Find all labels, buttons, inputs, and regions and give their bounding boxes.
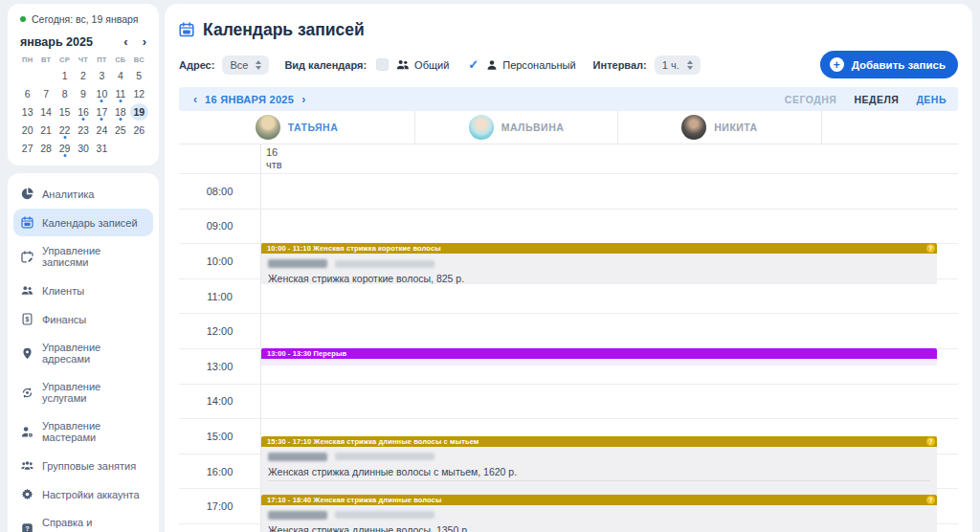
mini-calendar-day[interactable]: 21: [36, 122, 55, 139]
mini-calendar-day[interactable]: 10: [93, 85, 111, 102]
mini-calendar-day[interactable]: 7: [36, 85, 55, 102]
mini-calendar-day[interactable]: 19: [130, 103, 148, 121]
mini-calendar-day[interactable]: 12: [130, 85, 148, 102]
mini-calendar-day[interactable]: 1: [56, 67, 74, 84]
time-label: 09:00: [179, 210, 260, 244]
mini-calendar-card: Сегодня: вс, 19 января январь 2025 ‹ › П…: [8, 4, 159, 166]
mini-calendar-days: 1234567891011121314151617181920212223242…: [18, 67, 148, 157]
sidebar-item[interactable]: Аналитика: [13, 180, 153, 208]
weekday-header-row: ПНВТСРЧТПТСБВС: [18, 55, 148, 64]
mini-calendar-day[interactable]: 16: [74, 103, 92, 121]
blur-blob: [268, 453, 327, 461]
event-header: 10:00 - 11:10 Женская стрижка короткие в…: [261, 243, 937, 254]
day-subheader-row: 16 чтв: [179, 144, 958, 173]
interval-select[interactable]: 1 ч.: [655, 55, 701, 75]
mini-calendar-day[interactable]: 15: [56, 103, 74, 121]
weekday-label: ВС: [130, 55, 148, 64]
mini-calendar-day[interactable]: 29: [56, 140, 74, 157]
next-month-icon[interactable]: ›: [143, 36, 146, 48]
appointment-event[interactable]: 15:30 - 17:10 Женская стрижка длинные во…: [261, 436, 937, 495]
mini-calendar-day[interactable]: 27: [18, 140, 36, 157]
staff-cell[interactable]: ТАТЬЯНА: [179, 111, 415, 144]
mini-calendar-day[interactable]: 17: [93, 103, 111, 121]
view-tab-день[interactable]: ДЕНЬ: [916, 94, 947, 105]
month-row: январь 2025 ‹ ›: [20, 35, 146, 49]
sidebar-item-label: Управление записями: [42, 245, 145, 268]
sidebar-item[interactable]: Управление мастерами: [13, 412, 153, 451]
today-banner: Сегодня: вс, 19 января: [18, 13, 148, 25]
address-select[interactable]: Все: [222, 55, 269, 75]
event-body: [261, 359, 937, 366]
mini-calendar-day[interactable]: 11: [111, 85, 129, 102]
mini-calendar-day[interactable]: 28: [36, 140, 55, 157]
sidebar-item[interactable]: ?Справка и поддержка: [13, 509, 153, 532]
sidebar-item[interactable]: Настройки аккаунта: [13, 480, 153, 508]
view-tab-неделя[interactable]: НЕДЕЛЯ: [854, 94, 899, 105]
mini-calendar-day[interactable]: 13: [18, 103, 36, 121]
date-navigation-bar: ‹ 16 ЯНВАРЯ 2025 › СЕГОДНЯНЕДЕЛЯДЕНЬ: [179, 87, 958, 111]
map-pin-icon: [21, 347, 33, 360]
client-name-blurred: [268, 510, 930, 520]
view-option-checkmark-icon[interactable]: ✓: [468, 57, 479, 72]
event-info-icon[interactable]: ?: [926, 437, 935, 446]
mini-calendar-day[interactable]: 30: [74, 140, 92, 157]
mini-calendar-day[interactable]: 6: [18, 85, 36, 102]
sidebar-item[interactable]: Управление услугами: [13, 373, 153, 411]
view-option-checkbox-unchecked[interactable]: [376, 58, 389, 71]
prev-month-icon[interactable]: ‹: [123, 36, 127, 48]
appointment-event[interactable]: 10:00 - 11:10 Женская стрижка короткие в…: [261, 243, 937, 284]
weekday-label: ЧТ: [74, 55, 92, 64]
sidebar-item[interactable]: $Финансы: [13, 305, 153, 333]
mini-calendar-day[interactable]: 31: [93, 140, 111, 157]
mini-calendar-day[interactable]: 2: [74, 67, 92, 84]
sidebar-item[interactable]: Управление записями: [13, 237, 153, 276]
staff-cell[interactable]: НИКИТА: [618, 111, 822, 144]
mini-calendar-day[interactable]: 14: [36, 103, 55, 121]
mini-calendar-day[interactable]: 22: [56, 122, 74, 139]
event-info-icon[interactable]: ?: [926, 244, 935, 253]
sidebar-item[interactable]: Клиенты: [13, 277, 153, 304]
svg-text:?: ?: [25, 524, 30, 532]
time-label: 17:00: [179, 489, 260, 523]
mini-calendar-day[interactable]: 23: [74, 122, 92, 139]
mini-calendar-day[interactable]: 20: [18, 122, 36, 139]
booking-dot: [81, 118, 84, 121]
staff-cell[interactable]: МАЛЬВИНА: [415, 111, 618, 144]
events-layer: 10:00 - 11:10 Женская стрижка короткие в…: [261, 173, 937, 532]
mini-calendar-day[interactable]: 25: [111, 122, 129, 139]
mini-calendar-day[interactable]: 5: [130, 67, 148, 84]
mini-calendar-day[interactable]: 24: [93, 122, 111, 139]
avatar: [469, 115, 494, 140]
master-icon: [21, 426, 33, 438]
view-tab-сегодня[interactable]: СЕГОДНЯ: [785, 94, 837, 105]
sidebar-item[interactable]: Управление адресами: [13, 334, 153, 372]
sidebar-item[interactable]: Групповые занятия: [13, 452, 153, 479]
day-number: 16: [266, 146, 958, 159]
mini-calendar-day[interactable]: 18: [111, 103, 129, 121]
break-event[interactable]: 13:00 - 13:30 Перерыв: [261, 348, 937, 366]
booking-dot: [119, 118, 122, 121]
people-icon: [396, 59, 410, 70]
view-tabs: СЕГОДНЯНЕДЕЛЯДЕНЬ: [785, 94, 947, 105]
weekday-label: СР: [56, 55, 74, 64]
mini-calendar-day[interactable]: 8: [56, 85, 74, 102]
view-option-personal[interactable]: Персональный: [486, 59, 575, 71]
calendar-view-label: Вид календаря:: [284, 59, 367, 71]
add-record-button[interactable]: + Добавить запись: [820, 51, 958, 78]
weekday-label: ПН: [18, 55, 36, 64]
calendar-title-icon: [179, 22, 194, 37]
next-day-icon[interactable]: ›: [299, 93, 308, 106]
view-option-common[interactable]: Общий: [396, 59, 449, 71]
event-description: Женская стрижка короткие волосы, 825 р.: [268, 273, 930, 283]
mini-calendar-day[interactable]: 26: [130, 122, 148, 139]
appointment-event[interactable]: 17:10 - 18:40 Женская стрижка длинные во…: [261, 495, 937, 532]
mini-calendar-day[interactable]: 9: [74, 85, 92, 102]
event-body: Женская стрижка длинные волосы, 1350 р.: [261, 505, 937, 532]
mini-calendar-day[interactable]: 4: [111, 67, 129, 84]
event-info-icon[interactable]: ?: [926, 496, 935, 504]
select-arrows-icon: [687, 60, 693, 70]
mini-calendar-day[interactable]: 3: [93, 67, 111, 84]
empty-day-cell: [18, 67, 36, 84]
sidebar-item[interactable]: Календарь записей: [13, 209, 153, 236]
prev-day-icon[interactable]: ‹: [190, 93, 200, 106]
